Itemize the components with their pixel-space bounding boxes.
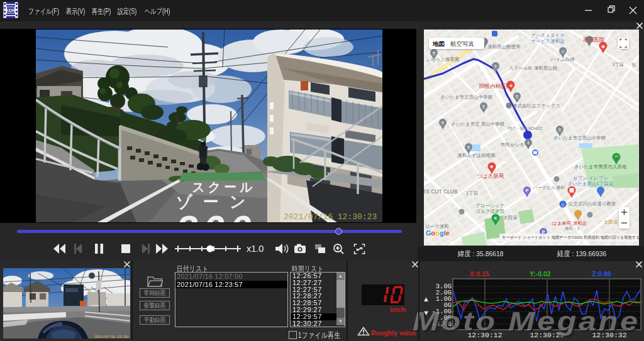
svg-text:パークヒル浦和: パークヒル浦和 [533, 185, 565, 190]
svg-text:スローマ浦和: スローマ浦和 [424, 224, 449, 229]
svg-text:1丁目: 1丁目 [466, 190, 478, 196]
svg-text:さいたま市営原功入基地: さいたま市営原功入基地 [574, 164, 627, 170]
svg-text:キーボード ショートカット 地図データ©2021 利: キーボード ショートカット 地図データ©2021 利用規約 地図の誤りを報告する [502, 235, 639, 240]
svg-text:航空写真: 航空写真 [450, 40, 474, 47]
svg-text:EDR: EDR [6, 8, 16, 13]
svg-text:丸: 丸 [631, 62, 636, 67]
svg-text:市民セレモ: 市民セレモ [501, 142, 525, 148]
svg-text:x1.0: x1.0 [247, 244, 264, 254]
svg-text:つばさ薬局: つばさ薬局 [477, 173, 504, 179]
svg-text:はま寿司 浦和店: はま寿司 浦和店 [552, 220, 587, 226]
svg-text:文: 文 [441, 121, 445, 125]
svg-text:アシストタイヤ: アシストタイヤ [531, 33, 565, 38]
svg-text:公: 公 [561, 203, 565, 207]
svg-text:TS CUT CLUB: TS CUT CLUB [424, 188, 458, 195]
svg-text:さいたま原山1丁目店: さいたま原山1丁目店 [568, 181, 614, 187]
svg-text:スクールIE 浦和原山校: スクールIE 浦和原山校 [509, 65, 558, 71]
svg-text:2021/07/16 12:30:23: 2021/07/16 12:30:23 [284, 212, 377, 222]
svg-text:グローシック: グローシック [475, 203, 504, 208]
svg-text:原田医院: 原田医院 [583, 36, 605, 43]
svg-text:2021/07/16 12:30:23: 2021/07/16 12:30:23 [94, 335, 130, 338]
svg-text:太田窪: 太田窪 [604, 219, 618, 225]
svg-text:セブン-イレブン: セブン-イレブン [573, 175, 608, 181]
svg-text:PET・SPA ADHOC: PET・SPA ADHOC [508, 126, 543, 131]
svg-text:文: 文 [558, 127, 562, 132]
svg-text:さいたま市立 原山中学校: さいたま市立 原山中学校 [451, 121, 505, 127]
svg-text:太田窪: 太田窪 [503, 215, 518, 220]
svg-text:◉: ◉ [601, 44, 605, 48]
svg-text:株式会社エステックス: 株式会社エステックス [512, 103, 560, 109]
svg-text:浦和原山郵便局: 浦和原山郵便局 [487, 44, 521, 50]
svg-text:⚱: ⚱ [526, 141, 530, 145]
svg-text:関根内科医院: 関根内科医院 [479, 83, 512, 89]
svg-text:🌳: 🌳 [614, 154, 619, 160]
svg-text:Google: Google [426, 229, 450, 237]
svg-text:ハイム白樺: ハイム白樺 [550, 57, 575, 62]
svg-text:地図: 地図 [432, 40, 445, 47]
svg-text:◎: ◎ [561, 49, 565, 53]
svg-text:さいたま市立原山中学校: さいたま市立原山中学校 [440, 94, 493, 100]
svg-text:K: K [494, 216, 497, 220]
svg-text:1丁目: 1丁目 [613, 62, 624, 67]
svg-text:文: 文 [467, 145, 471, 149]
svg-text:さいたま市立原山小学校: さいたま市立原山小学校 [553, 135, 606, 141]
svg-text:P: P [542, 230, 545, 234]
svg-text:寿司・S: 寿司・S [565, 226, 580, 230]
svg-text:文: 文 [482, 104, 486, 109]
svg-text:ふらっと保育園: ふらっと保育園 [425, 57, 459, 62]
svg-text:文: 文 [515, 94, 519, 99]
svg-text:ゴルフ倶楽部: ゴルフ倶楽部 [475, 208, 504, 214]
svg-text:公文式日の出通り教室: 公文式日の出通り教室 [569, 201, 616, 207]
svg-text:文: 文 [494, 64, 498, 68]
svg-text:P: P [526, 188, 529, 193]
svg-text:浦和みずほ幼稚園: 浦和みずほ幼稚園 [457, 153, 496, 158]
svg-text:文: 文 [432, 51, 436, 55]
svg-text:✚: ✚ [490, 165, 494, 169]
svg-text:サービス浦和店: サービス浦和店 [531, 38, 565, 44]
svg-text:300: 300 [176, 207, 256, 222]
svg-text:スクール: スクール [192, 180, 255, 194]
